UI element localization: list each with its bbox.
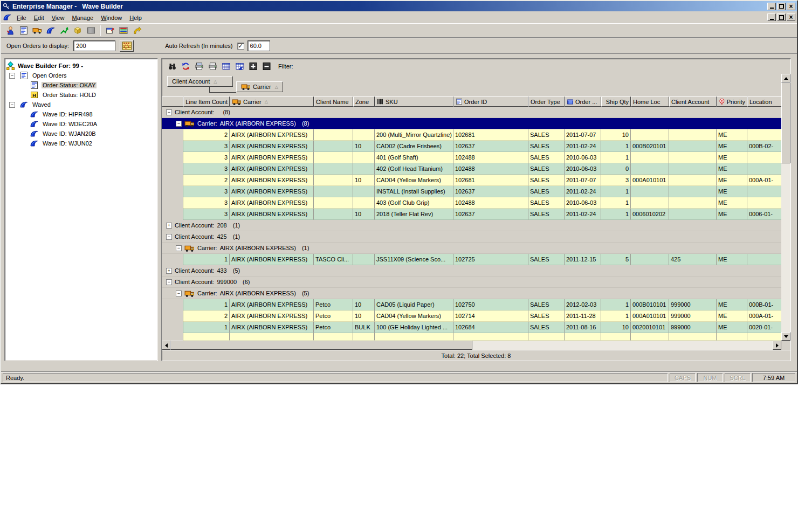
toolbar-container-button[interactable]	[84, 24, 98, 37]
toolbar-gold-arrow-button[interactable]	[130, 24, 143, 37]
group-row-client-account[interactable]: +Client Account:208(1)	[162, 220, 781, 231]
group-expander[interactable]: −	[176, 291, 182, 296]
tree-item-order-status-okay[interactable]: Order Status: OKAY	[6, 80, 156, 90]
column-header-ship-qty[interactable]: Ship Qty	[601, 96, 631, 107]
tree-item-order-status-hold[interactable]: HOrder Status: HOLD	[6, 90, 156, 100]
abacus-button[interactable]	[120, 40, 134, 52]
column-header-client-account[interactable]: Client Account	[669, 96, 717, 107]
column-header-zone[interactable]: Zone	[353, 96, 375, 107]
groupby-client-account-button[interactable]: Client Account△	[167, 76, 233, 87]
menu-help[interactable]: Help	[126, 13, 146, 22]
gridbar-collapse-all-button[interactable]	[260, 61, 273, 72]
gridbar-print-preview-button[interactable]	[193, 61, 205, 72]
group-expander[interactable]: +	[166, 223, 172, 229]
tree-item-waved[interactable]: −Waved	[6, 100, 156, 109]
gridbar-print-button[interactable]	[207, 61, 219, 72]
scroll-down-button[interactable]	[781, 332, 790, 341]
gridbar-binoculars-button[interactable]	[166, 61, 178, 72]
table-row[interactable]: 1AIRX (AIRBORN EXPRESS)Petco10CAD05 (Liq…	[162, 299, 781, 310]
gridbar-expand-all-button[interactable]	[247, 61, 259, 72]
vertical-scroll-thumb[interactable]	[781, 82, 790, 163]
group-row-client-account[interactable]: −Client Account:(8)	[162, 107, 781, 118]
group-row-carrier[interactable]: −Carrier:AIRX (AIRBORN EXPRESS)(5)	[162, 288, 781, 299]
table-row[interactable]: 1AIRX (AIRBORN EXPRESS)PetcoBULK100 (GE …	[162, 322, 781, 333]
tree-item-wave-id-wjun02[interactable]: Wave ID: WJUN02	[6, 139, 156, 148]
column-header-order[interactable]: Order ...	[565, 96, 601, 107]
auto-refresh-checkbox[interactable]: ✓	[237, 43, 244, 50]
menu-window[interactable]: Window	[97, 13, 126, 22]
table-row[interactable]: 2AIRX (AIRBORN EXPRESS)Petco10CAD04 (Yel…	[162, 310, 781, 322]
horizontal-scrollbar[interactable]	[162, 341, 781, 350]
table-row[interactable]: 3AIRX (AIRBORN EXPRESS)10CAD02 (Cadre Fr…	[162, 141, 781, 152]
menu-view[interactable]: View	[48, 13, 68, 22]
scroll-right-button[interactable]	[773, 341, 781, 350]
gridbar-refresh-button[interactable]	[180, 61, 192, 72]
table-row[interactable]: 3AIRX (AIRBORN EXPRESS)401 (Golf Shaft)1…	[162, 152, 781, 163]
column-header-order-type[interactable]: Order Type	[528, 96, 565, 107]
menu-manage[interactable]: Manage	[68, 13, 97, 22]
title-bar[interactable]: Enterprise Manager - Wave Builder ×	[1, 1, 797, 11]
column-header-sku[interactable]: SKU	[375, 96, 453, 107]
tree-item-wave-id-wdec20a[interactable]: Wave ID: WDEC20A	[6, 119, 156, 129]
table-row[interactable]: 3AIRX (AIRBORN EXPRESS)402 (Golf Head Ti…	[162, 163, 781, 175]
table-row[interactable]: 1AIRX (AIRBORN EXPRESS)TASCO Cli...JSS11…	[162, 254, 781, 265]
tree-expander[interactable]: −	[9, 102, 15, 108]
toolbar-truck-button[interactable]	[30, 24, 44, 37]
column-header-order-id[interactable]: Order ID	[453, 96, 528, 107]
column-header-home-loc[interactable]: Home Loc	[631, 96, 669, 107]
group-expander[interactable]: −	[176, 245, 182, 251]
scroll-left-button[interactable]	[162, 341, 170, 350]
toolbar-box-button[interactable]	[71, 24, 84, 37]
column-header-carrier[interactable]: Carrier△	[230, 96, 314, 107]
group-row-client-account[interactable]: −Client Account:425(1)	[162, 231, 781, 243]
tree-expander[interactable]: −	[9, 73, 15, 79]
restore-button[interactable]	[777, 3, 786, 10]
menu-file[interactable]: File	[13, 13, 30, 22]
gridbar-grid-wave-button[interactable]	[233, 61, 246, 72]
close-button[interactable]: ×	[787, 3, 795, 10]
table-row[interactable]: 3AIRX (AIRBORN EXPRESS)102018 (Teller Fl…	[162, 209, 781, 220]
table-row[interactable]: 3AIRX (AIRBORN EXPRESS)403 (Golf Club Gr…	[162, 197, 781, 209]
refresh-minutes-input[interactable]	[247, 40, 270, 51]
group-expander[interactable]: −	[166, 109, 172, 115]
table-row[interactable]: 2AIRX (AIRBORN EXPRESS)10CAD04 (Yellow M…	[162, 175, 781, 186]
horizontal-scroll-thumb[interactable]	[170, 341, 472, 350]
toolbar-multigrid-button[interactable]	[116, 24, 130, 37]
group-expander[interactable]: −	[166, 234, 172, 240]
column-header-priority[interactable]: Priority	[717, 96, 747, 107]
toolbar-trend-button[interactable]	[57, 24, 71, 37]
tree-item-wave-id-wjan20b[interactable]: Wave ID: WJAN20B	[6, 129, 156, 139]
group-row-carrier[interactable]: −Carrier:AIRX (AIRBORN EXPRESS)(1)	[162, 243, 781, 254]
mdi-restore-button[interactable]	[777, 13, 786, 21]
column-header-location[interactable]: Location	[747, 96, 781, 107]
open-orders-input[interactable]	[73, 40, 115, 51]
scroll-up-button[interactable]	[781, 74, 790, 82]
table-row[interactable]	[162, 333, 781, 341]
toolbar-properties-button[interactable]	[103, 24, 116, 37]
column-header-line-item-count[interactable]: Line Item Count	[183, 96, 230, 107]
group-expander[interactable]: −	[166, 279, 172, 285]
tree-item-open-orders[interactable]: −Open Orders	[6, 71, 156, 80]
group-row-carrier[interactable]: −Carrier:AIRX (AIRBORN EXPRESS)(8)	[162, 118, 781, 129]
vertical-scrollbar[interactable]	[781, 74, 790, 341]
groupby-carrier-button[interactable]: Carrier△	[236, 81, 283, 92]
mdi-close-button[interactable]: ×	[787, 13, 795, 21]
column-header-client-name[interactable]: Client Name	[314, 96, 353, 107]
group-expander[interactable]: −	[176, 121, 182, 127]
toolbar-open-orders-button[interactable]	[17, 24, 30, 37]
group-row-client-account[interactable]: −Client Account:999000(6)	[162, 277, 781, 288]
tree-item-wave-id-hipr498[interactable]: Wave ID: HIPR498	[6, 109, 156, 119]
toolbar-wave-button[interactable]	[44, 24, 57, 37]
tree-item-label: Wave ID: HIPR498	[42, 111, 94, 118]
gridbar-grid-button[interactable]	[220, 61, 232, 72]
group-expander[interactable]: +	[166, 268, 172, 274]
minimize-button[interactable]	[767, 3, 776, 10]
grid-icon	[222, 62, 231, 71]
tree-root[interactable]: Wave Builder For: 99 -	[6, 61, 156, 71]
menu-edit[interactable]: Edit	[30, 13, 48, 22]
table-row[interactable]: 2AIRX (AIRBORN EXPRESS)200 (Multi_Mirror…	[162, 129, 781, 141]
table-row[interactable]: 3AIRX (AIRBORN EXPRESS)INSTALL (Install …	[162, 186, 781, 197]
mdi-minimize-button[interactable]	[767, 13, 776, 21]
group-row-client-account[interactable]: +Client Account:433(5)	[162, 265, 781, 277]
toolbar-find-operator-button[interactable]	[3, 24, 17, 37]
